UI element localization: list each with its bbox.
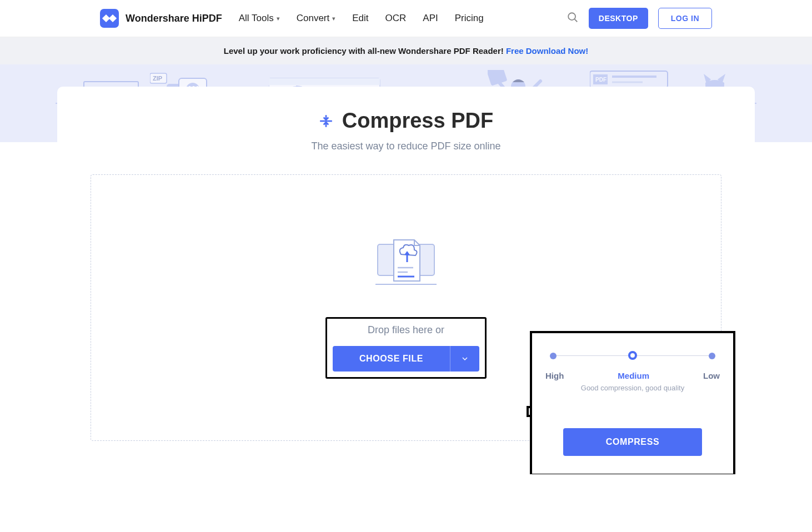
promo-link[interactable]: Free Download Now! (506, 46, 588, 56)
search-icon[interactable] (567, 11, 579, 26)
chevron-down-icon: ▾ (277, 15, 280, 22)
nav-label: Pricing (455, 13, 484, 24)
nav-ocr[interactable]: OCR (385, 13, 407, 24)
login-button[interactable]: LOG IN (658, 8, 712, 29)
nav-label: All Tools (239, 13, 274, 24)
chevron-down-icon: ▾ (332, 15, 335, 22)
choose-file-frame: Drop files here or CHOOSE FILE (325, 317, 487, 379)
nav-label: Convert (297, 13, 330, 24)
page-title: Compress PDF (342, 109, 493, 133)
page-subtitle: The easiest way to reduce PDF size onlin… (57, 140, 755, 152)
nav-label: Edit (352, 13, 368, 24)
drop-text: Drop files here or (368, 324, 444, 336)
nav-edit[interactable]: Edit (352, 13, 368, 24)
compress-icon (319, 114, 333, 128)
label-low: Low (703, 371, 720, 380)
desktop-button[interactable]: DESKTOP (589, 8, 648, 29)
main-card: Compress PDF The easiest way to reduce P… (57, 87, 755, 474)
brand-text: Wondershare HiPDF (126, 13, 222, 24)
svg-rect-23 (488, 70, 507, 86)
label-high: High (545, 371, 564, 380)
header-actions: DESKTOP LOG IN (567, 8, 712, 29)
slider-stop-high[interactable] (550, 353, 557, 359)
promo-text: Level up your work proficiency with all-… (224, 46, 506, 56)
quality-description: Good compression, good quality (545, 384, 720, 392)
compress-button[interactable]: COMPRESS (563, 428, 702, 456)
nav-convert[interactable]: Convert ▾ (297, 13, 336, 24)
brand-logo[interactable]: Wondershare HiPDF (100, 9, 222, 28)
nav-api[interactable]: API (423, 13, 438, 24)
nav-label: API (423, 13, 438, 24)
nav-pricing[interactable]: Pricing (455, 13, 484, 24)
svg-text:ZIP: ZIP (153, 75, 162, 82)
svg-text:PDF: PDF (595, 77, 607, 83)
nav-all-tools[interactable]: All Tools ▾ (239, 13, 280, 24)
svg-line-1 (574, 19, 577, 22)
header: Wondershare HiPDF All Tools ▾ Convert ▾ … (0, 0, 812, 37)
choose-file-button[interactable]: CHOOSE FILE (333, 346, 450, 372)
logo-icon (100, 9, 119, 28)
upload-illustration-icon (375, 237, 437, 287)
chevron-down-icon (460, 354, 469, 363)
slider-stop-medium[interactable] (628, 351, 637, 360)
compression-panel: High Medium Low Good compression, good q… (530, 331, 735, 474)
svg-rect-17 (269, 78, 380, 85)
svg-point-0 (568, 13, 575, 20)
nav-label: OCR (385, 13, 407, 24)
quality-slider[interactable] (545, 350, 720, 367)
choose-file-dropdown-button[interactable] (450, 346, 479, 372)
nav: All Tools ▾ Convert ▾ Edit OCR API Prici… (239, 13, 567, 24)
slider-stop-low[interactable] (709, 353, 715, 359)
label-medium: Medium (618, 371, 649, 380)
promo-banner: Level up your work proficiency with all-… (0, 37, 812, 64)
